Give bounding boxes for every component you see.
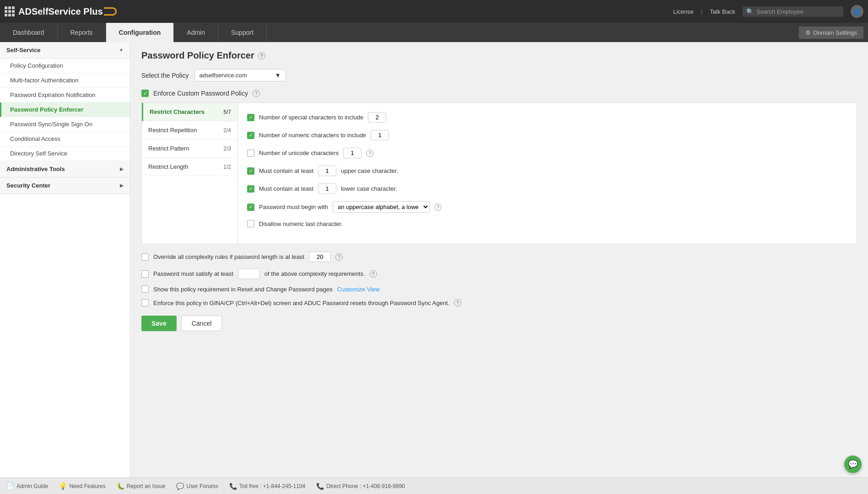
rule-numeric-chars-checkbox[interactable]: ✓: [247, 132, 254, 139]
restrict-characters-count: 5/7: [223, 109, 231, 115]
footer-direct-phone: 📞 Direct Phone : +1-408-916-9890: [316, 483, 405, 490]
logo-arc: [104, 7, 117, 16]
override-complexity-row: Override all complexity rules if passwor…: [141, 252, 857, 262]
sidebar-item-policy-configuration[interactable]: Policy Configuration: [0, 59, 130, 73]
sidebar-item-conditional-access[interactable]: Conditional Access: [0, 132, 130, 146]
sidebar-item-password-sync[interactable]: Password Sync/Single Sign On: [0, 117, 130, 132]
footer-report-issue[interactable]: 🐛 Report an Issue: [117, 483, 166, 490]
sidebar: Self-Service ▼ Policy Configuration Mult…: [0, 42, 130, 478]
grid-icon: [5, 6, 15, 16]
user-avatar[interactable]: 👤: [851, 5, 863, 18]
footer-admin-guide[interactable]: 📄 Admin Guide: [6, 483, 48, 490]
sidebar-section-admin-tools[interactable]: Administrative Tools ▶: [0, 161, 130, 177]
tollfree-label: Toll free : +1-844-245-1104: [239, 483, 305, 489]
admin-guide-icon: 📄: [6, 483, 14, 490]
rule-lower-case-input[interactable]: [318, 183, 336, 194]
rule-unicode-help-icon[interactable]: ?: [366, 150, 373, 157]
customize-view-link[interactable]: Customize View: [337, 286, 380, 293]
page-help-icon[interactable]: ?: [258, 52, 265, 59]
policy-tab-restrict-length[interactable]: Restrict Length 1/2: [142, 158, 237, 176]
enforce-help-icon[interactable]: ?: [253, 90, 260, 97]
admin-tools-label: Administrative Tools: [6, 166, 65, 172]
gina-checkbox[interactable]: [141, 299, 149, 306]
save-button[interactable]: Save: [141, 316, 177, 331]
selected-policy-value: adselfservice.com: [199, 72, 247, 79]
domain-settings-button[interactable]: ⚙ Domain Settings: [799, 27, 863, 39]
footer-user-forums[interactable]: 💬 User Forums: [176, 483, 218, 490]
cancel-button[interactable]: Cancel: [181, 316, 222, 331]
sidebar-item-mfa[interactable]: Multi-factor Authentication: [0, 73, 130, 88]
satisfy-help-icon[interactable]: ?: [370, 270, 377, 278]
sidebar-item-password-policy-enforcer[interactable]: Password Policy Enforcer: [0, 102, 130, 117]
enforce-custom-label: Enforce Custom Password Policy: [153, 90, 248, 97]
tab-admin[interactable]: Admin: [174, 23, 218, 42]
rule-begin-with-select[interactable]: an uppercase alphabet, a lowe: [333, 201, 430, 213]
tollfree-icon: 📞: [229, 483, 237, 490]
rule-unicode-chars-label: Number of unicode characters: [259, 150, 339, 156]
report-issue-icon: 🐛: [117, 483, 124, 490]
gina-help-icon[interactable]: ?: [454, 299, 461, 306]
navtabs-right: ⚙ Domain Settings: [799, 23, 868, 42]
rule-special-chars: ✓ Number of special characters to includ…: [247, 112, 847, 123]
rule-begin-with-checkbox[interactable]: ✓: [247, 204, 254, 211]
override-label: Override all complexity rules if passwor…: [153, 253, 304, 260]
search-box: 🔍: [743, 6, 843, 17]
rule-upper-case-input[interactable]: [318, 166, 336, 176]
tab-reports[interactable]: Reports: [58, 23, 106, 42]
policy-content: ✓ Number of special characters to includ…: [238, 103, 857, 244]
logo-text: ADSelfService Plus: [18, 6, 103, 17]
satisfy-checkbox[interactable]: [141, 270, 149, 278]
license-link[interactable]: License: [673, 8, 694, 15]
talkback-link[interactable]: Talk Back: [710, 8, 735, 15]
rule-begin-with: ✓ Password must begin with an uppercase …: [247, 201, 847, 213]
sidebar-item-password-expiration[interactable]: Password Expiration Notification: [0, 88, 130, 102]
policy-tabs: Restrict Characters 5/7 Restrict Repetit…: [142, 103, 238, 244]
satisfy-input[interactable]: [238, 268, 260, 279]
report-issue-label: Report an Issue: [127, 483, 166, 489]
override-value-input[interactable]: [309, 252, 331, 262]
rule-begin-with-help-icon[interactable]: ?: [434, 204, 442, 211]
rule-unicode-chars-checkbox[interactable]: [247, 150, 254, 157]
sidebar-section-self-service[interactable]: Self-Service ▼: [0, 42, 130, 59]
rule-special-chars-checkbox[interactable]: ✓: [247, 114, 254, 121]
rule-begin-with-label: Password must begin with: [259, 204, 328, 210]
main-layout: Self-Service ▼ Policy Configuration Mult…: [0, 42, 868, 478]
search-input[interactable]: [756, 8, 840, 15]
dropdown-arrow-icon: ▼: [275, 72, 281, 79]
policy-tab-restrict-characters[interactable]: Restrict Characters 5/7: [142, 103, 237, 121]
sidebar-section-security-center[interactable]: Security Center ▶: [0, 177, 130, 194]
policy-select-dropdown[interactable]: adselfservice.com ▼: [194, 69, 286, 81]
domain-settings-label: Domain Settings: [814, 29, 857, 36]
direct-phone-icon: 📞: [316, 483, 324, 490]
override-help-icon[interactable]: ?: [335, 253, 343, 261]
rule-disallow-numeric-last-label: Disallow numeric last character.: [259, 220, 343, 227]
tab-dashboard[interactable]: Dashboard: [0, 23, 58, 42]
policy-tab-restrict-repetition[interactable]: Restrict Repetition 2/4: [142, 121, 237, 140]
restrict-repetition-label: Restrict Repetition: [148, 127, 197, 134]
support-chat-bubble[interactable]: 💬: [844, 456, 862, 473]
rule-disallow-numeric-last-checkbox[interactable]: [247, 220, 254, 227]
rule-special-chars-input[interactable]: [368, 112, 386, 123]
user-forums-icon: 💬: [176, 483, 184, 490]
sidebar-item-directory-self-service[interactable]: Directory Self Service: [0, 146, 130, 161]
enforce-custom-checkbox[interactable]: ✓: [141, 90, 149, 97]
chevron-right-icon: ▶: [120, 166, 124, 172]
policy-tab-restrict-pattern[interactable]: Restrict Pattern 2/3: [142, 140, 237, 158]
policy-select-row: Select the Policy adselfservice.com ▼: [141, 69, 857, 81]
restrict-pattern-label: Restrict Pattern: [148, 145, 189, 152]
rule-lower-case-checkbox[interactable]: ✓: [247, 185, 254, 193]
footer-need-features[interactable]: 💡 Need Features: [59, 483, 105, 490]
show-policy-checkbox[interactable]: [141, 285, 149, 293]
tab-support[interactable]: Support: [218, 23, 267, 42]
override-complexity-checkbox[interactable]: [141, 253, 149, 261]
need-features-label: Need Features: [69, 483, 105, 489]
rule-upper-case-checkbox[interactable]: ✓: [247, 167, 254, 175]
rule-upper-case: ✓ Must contain at least upper case chara…: [247, 166, 847, 176]
rule-unicode-chars-input[interactable]: [343, 148, 361, 158]
tab-configuration[interactable]: Configuration: [106, 23, 174, 42]
rule-numeric-chars-input[interactable]: [371, 130, 389, 140]
admin-guide-label: Admin Guide: [16, 483, 48, 489]
gina-row: Enforce this policy in GINA/CP (Ctrl+Alt…: [141, 299, 857, 306]
navtabs: Dashboard Reports Configuration Admin Su…: [0, 23, 868, 42]
direct-phone-label: Direct Phone : +1-408-916-9890: [326, 483, 405, 489]
